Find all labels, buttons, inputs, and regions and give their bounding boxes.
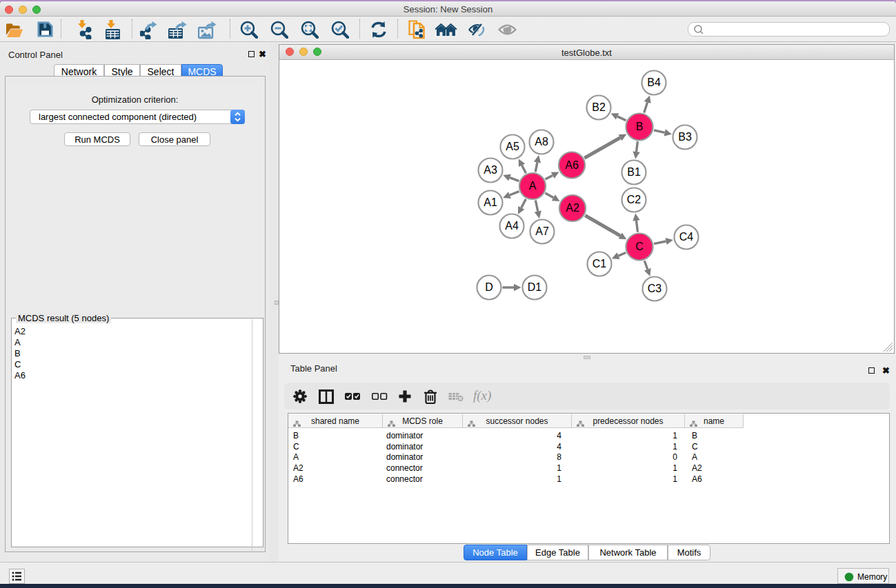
svg-text:C2: C2 [627, 194, 641, 205]
svg-text:C: C [635, 241, 644, 252]
svg-text:A5: A5 [506, 141, 519, 152]
svg-text:A: A [529, 180, 537, 192]
svg-text:D: D [485, 281, 493, 293]
svg-text:C4: C4 [679, 231, 694, 243]
svg-text:B: B [636, 121, 644, 132]
svg-text:B1: B1 [627, 166, 641, 178]
svg-text:B2: B2 [592, 101, 606, 113]
svg-text:A1: A1 [484, 196, 497, 208]
svg-text:A7: A7 [535, 225, 549, 237]
svg-text:A8: A8 [535, 136, 548, 148]
svg-text:B4: B4 [647, 77, 661, 88]
svg-text:C1: C1 [593, 258, 607, 270]
svg-text:A2: A2 [566, 202, 579, 214]
svg-text:A3: A3 [484, 164, 497, 176]
svg-text:A6: A6 [565, 159, 579, 171]
svg-text:D1: D1 [528, 281, 542, 293]
svg-text:C3: C3 [648, 283, 662, 294]
svg-text:A4: A4 [505, 220, 519, 232]
svg-text:B3: B3 [678, 131, 692, 143]
